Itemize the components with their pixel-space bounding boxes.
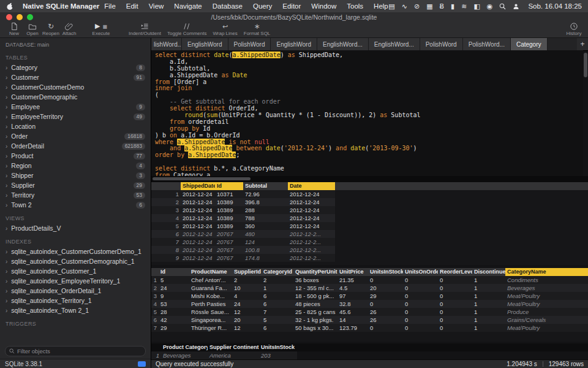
table-row[interactable]: 92012-12-2420767174.82012-12-2... xyxy=(151,254,335,262)
column-header-reorderlevel[interactable]: ReorderLevel xyxy=(438,268,472,276)
chevron-right-icon[interactable]: › xyxy=(6,74,7,81)
chevron-right-icon[interactable]: › xyxy=(6,172,7,179)
sidebar-item-sqlite-autoindex-customercustomerdemo-1[interactable]: ›sqlite_autoindex_CustomerCustomerDemo_1 xyxy=(0,247,151,256)
sidebar-item-productdetails-v[interactable]: ›ProductDetails_V xyxy=(0,223,151,233)
tab-englishword[interactable]: EnglishWord... xyxy=(369,38,420,50)
tab-lishword[interactable]: lishWord... xyxy=(151,38,182,50)
tab-polishword[interactable]: PolishWord... xyxy=(463,38,511,50)
column-header-supplierid[interactable]: SupplierId xyxy=(232,268,262,276)
tab-polishword[interactable]: PolishWord xyxy=(420,38,463,50)
table-row[interactable]: 224Guaraná Fa...10112 - 355 ml c...4.520… xyxy=(151,284,588,292)
hscroll-thumb[interactable] xyxy=(153,177,251,180)
chevron-right-icon[interactable]: › xyxy=(6,248,7,255)
sidebar-item-category[interactable]: ›Category8 xyxy=(0,63,151,72)
column-header-unitprice[interactable]: UnitPrice xyxy=(337,268,368,276)
new-tab-button[interactable]: + xyxy=(577,38,588,50)
wrap-lines-button[interactable]: ↩ Wrap Lines xyxy=(213,22,237,36)
menu-edit[interactable]: Edit xyxy=(126,2,138,10)
table-row[interactable]: 52012-12-24103893602012-12-24 xyxy=(151,222,335,230)
column-header-product-category[interactable]: Product Category xyxy=(161,343,208,351)
menu-view[interactable]: View xyxy=(149,2,164,10)
sidebar-item-location[interactable]: ›Location xyxy=(0,121,151,131)
menu-database[interactable]: Database xyxy=(213,2,243,10)
bluetooth-icon[interactable]: Ƀ xyxy=(440,2,445,10)
table-row[interactable]: 528Rössle Saue...12725 - 825 g cans45.62… xyxy=(151,308,588,316)
menu-editor[interactable]: Editor xyxy=(282,2,301,10)
table-row[interactable]: 1BeveragesAmerica203 xyxy=(151,351,297,359)
menu-navigate[interactable]: Navigate xyxy=(174,2,202,10)
sidebar-item-orderdetail[interactable]: ›OrderDetail621883 xyxy=(0,141,151,151)
column-header-productname[interactable]: ProductName xyxy=(189,268,232,276)
chevron-right-icon[interactable]: › xyxy=(6,268,7,275)
sidebar-item-region[interactable]: ›Region4 xyxy=(0,161,151,171)
tab-englishword[interactable]: EnglishWord... xyxy=(317,38,369,50)
wifi-icon[interactable]: ≋ xyxy=(461,2,467,10)
stats-icon[interactable]: ∿ xyxy=(402,2,407,10)
column-header-shippeddate[interactable]: ShippedDate xyxy=(181,182,215,190)
table-row[interactable]: 453Perth Pasties24648 pieces32.80001Meat… xyxy=(151,300,588,308)
do-not-disturb-icon[interactable]: ⊘ xyxy=(414,2,420,10)
execute-button[interactable]: ▶ ■ Execute xyxy=(92,22,110,36)
chevron-right-icon[interactable]: › xyxy=(6,192,7,199)
menu-query[interactable]: Query xyxy=(253,2,272,10)
column-header-unitsinstock[interactable]: UnitsInStock xyxy=(368,268,403,276)
column-header-supplier-continent[interactable]: Supplier Continent xyxy=(208,343,259,351)
sql-editor[interactable]: select distinct date(a.ShippedDate) as S… xyxy=(151,50,583,178)
new-button[interactable]: New xyxy=(5,22,23,36)
chevron-right-icon[interactable]: › xyxy=(6,133,7,140)
table-row[interactable]: 12012-12-241037172.962012-12-24 xyxy=(151,190,335,198)
sidebar-item-supplier[interactable]: ›Supplier29 xyxy=(0,180,151,190)
column-header-id[interactable]: Id xyxy=(159,268,189,276)
chevron-right-icon[interactable]: › xyxy=(6,307,7,314)
spotlight-icon[interactable] xyxy=(499,2,506,10)
open-button[interactable]: Open xyxy=(23,22,42,36)
sidebar-item-sqlite-autoindex-territory-1[interactable]: ›sqlite_autoindex_Territory_1 xyxy=(0,296,151,305)
chevron-right-icon[interactable]: › xyxy=(6,288,7,294)
chevron-right-icon[interactable]: › xyxy=(6,225,7,232)
keyboard-icon[interactable]: ▦ xyxy=(426,2,432,10)
update-badge[interactable] xyxy=(138,361,146,367)
table-row[interactable]: 32012-12-24103892882012-12-24 xyxy=(151,206,335,214)
reopen-button[interactable]: ↻ Reopen xyxy=(42,22,60,36)
column-header-categoryname[interactable]: CategoryName xyxy=(505,268,588,276)
chevron-right-icon[interactable]: › xyxy=(6,163,7,169)
chevron-right-icon[interactable]: › xyxy=(6,153,7,159)
battery-icon[interactable]: ▮ xyxy=(451,2,454,10)
sidebar-item-employee[interactable]: ›Employee9 xyxy=(0,102,151,112)
sidebar-item-customerdemographic[interactable]: ›CustomerDemographic xyxy=(0,92,151,102)
user-icon[interactable] xyxy=(513,2,519,10)
menubar-clock[interactable]: Sob. 16.04 18:25 xyxy=(528,2,582,10)
chevron-right-icon[interactable]: › xyxy=(6,278,7,285)
vscroll-thumb[interactable] xyxy=(584,53,587,77)
siri-icon[interactable]: ◉ xyxy=(487,2,493,10)
chevron-right-icon[interactable]: › xyxy=(6,143,7,150)
sidebar-item-shipper[interactable]: ›Shipper3 xyxy=(0,171,151,180)
table-row[interactable]: 642Singaporea...20532 - 1 kg pkgs.142600… xyxy=(151,316,588,324)
sidebar-item-sqlite-autoindex-employeeterritory-1[interactable]: ›sqlite_autoindex_EmployeeTerritory_1 xyxy=(0,276,151,286)
control-center-icon[interactable]: ◧ xyxy=(473,2,480,10)
chevron-right-icon[interactable]: › xyxy=(6,113,7,120)
chevron-right-icon[interactable]: › xyxy=(6,123,7,130)
table-row[interactable]: 729Thüringer R...12650 bags x 30...123.7… xyxy=(151,324,588,332)
chevron-right-icon[interactable]: › xyxy=(6,258,7,265)
indent-outdent-button[interactable]: Indent/Outdent xyxy=(129,22,161,36)
sidebar-item-sqlite-autoindex-customer-1[interactable]: ›sqlite_autoindex_Customer_1 xyxy=(0,266,151,276)
chevron-right-icon[interactable]: › xyxy=(6,104,7,110)
sidebar-item-customercustomerdemo[interactable]: ›CustomerCustomerDemo xyxy=(0,82,151,92)
app-menu-title[interactable]: Native SQLite Manager xyxy=(23,2,99,10)
column-header-unitsonorder[interactable]: UnitsOnOrder xyxy=(403,268,438,276)
chevron-right-icon[interactable]: › xyxy=(6,64,7,71)
chevron-right-icon[interactable]: › xyxy=(6,182,7,189)
column-header-id[interactable]: Id xyxy=(215,182,243,190)
history-button[interactable]: History xyxy=(565,22,583,36)
toggle-comments-button[interactable]: Toggle Comments xyxy=(167,22,206,36)
chevron-right-icon[interactable]: › xyxy=(6,202,7,209)
format-sql-button[interactable]: ∗ Format SQL xyxy=(244,22,271,36)
menu-window[interactable]: Window xyxy=(311,2,336,10)
editor-vscrollbar[interactable] xyxy=(584,53,587,157)
tab-polishword[interactable]: PolishWord xyxy=(228,38,271,50)
tab-englishword[interactable]: EnglishWord xyxy=(271,38,317,50)
sidebar-item-territory[interactable]: ›Territory53 xyxy=(0,190,151,200)
table-row[interactable]: 39Mishi Kobe...4618 - 500 g pk...9729001… xyxy=(151,292,588,300)
menu-tools[interactable]: Tools xyxy=(347,2,363,10)
